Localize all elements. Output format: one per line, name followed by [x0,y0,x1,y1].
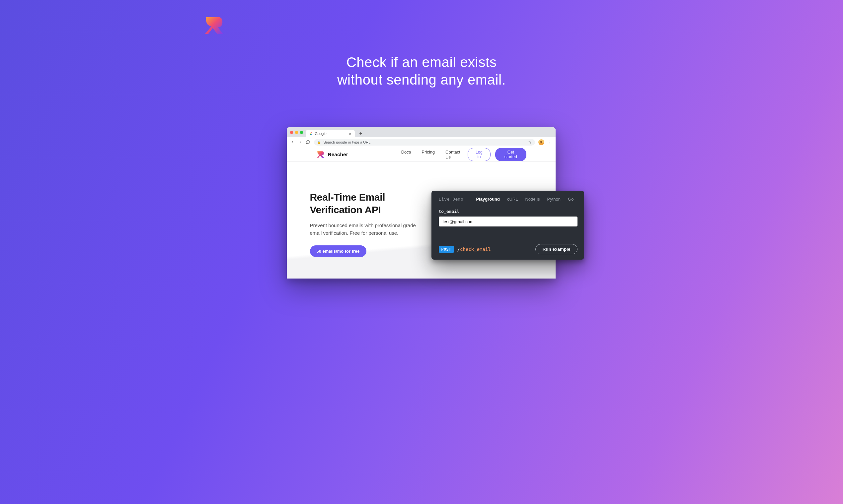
new-tab-button[interactable]: + [358,130,364,137]
svg-point-1 [310,133,311,134]
forward-icon[interactable] [298,140,303,145]
http-method-badge: POST [439,246,454,253]
page-title-line-1: Real-Time Email [310,191,555,203]
page-subtitle: Prevent bounced emails with professional… [310,222,416,237]
browser-menu-icon[interactable]: ⋮ [548,140,552,145]
page-title: Real-Time Email Verification API [310,191,555,216]
address-bar[interactable]: 🔒 Search google or type a URL ☆ [314,139,535,146]
bookmark-star-icon[interactable]: ☆ [528,140,532,145]
nav-docs[interactable]: Docs [401,149,411,160]
to-email-input[interactable] [439,217,578,227]
address-placeholder: Search google or type a URL [324,140,371,144]
api-endpoint: /check_email [457,247,491,252]
hero-headline: Check if an email exists without sending… [189,54,655,89]
minimize-window-icon[interactable] [295,131,298,134]
browser-toolbar: 🔒 Search google or type a URL ☆ ⋮ [287,137,555,147]
maximize-window-icon[interactable] [300,131,303,134]
nav-pricing[interactable]: Pricing [422,149,435,160]
product-logo [204,15,224,36]
tab-close-icon[interactable]: × [349,132,351,136]
lock-icon: 🔒 [317,141,321,144]
window-controls [290,131,303,134]
close-window-icon[interactable] [290,131,293,134]
login-button[interactable]: Log in [468,148,491,161]
page-title-line-2: Verification API [310,203,555,216]
endpoint-path: check_email [460,247,491,252]
brand-name: Reacher [328,151,348,158]
site-brand[interactable]: Reacher [316,150,348,159]
site-nav: Docs Pricing Contact Us [401,149,464,160]
headline-line-2: without sending any email. [189,71,655,89]
free-plan-cta-button[interactable]: 50 emails/mo for free [310,245,366,257]
tab-go[interactable]: Go [568,197,573,202]
site-header: Reacher Docs Pricing Contact Us Log in G… [287,147,555,162]
google-favicon-icon [309,132,313,136]
browser-tab[interactable]: Google × [306,130,355,137]
back-icon[interactable] [290,140,295,145]
reload-icon[interactable] [306,140,311,145]
reacher-logo-icon [316,150,325,159]
tab-title: Google [315,132,327,136]
nav-contact[interactable]: Contact Us [445,149,464,160]
run-example-button[interactable]: Run example [535,244,577,254]
browser-tabbar: Google × + [287,127,555,137]
profile-avatar-icon[interactable] [538,139,544,145]
get-started-button[interactable]: Get started [495,148,526,161]
endpoint-slash: / [457,247,460,252]
headline-line-1: Check if an email exists [189,54,655,71]
